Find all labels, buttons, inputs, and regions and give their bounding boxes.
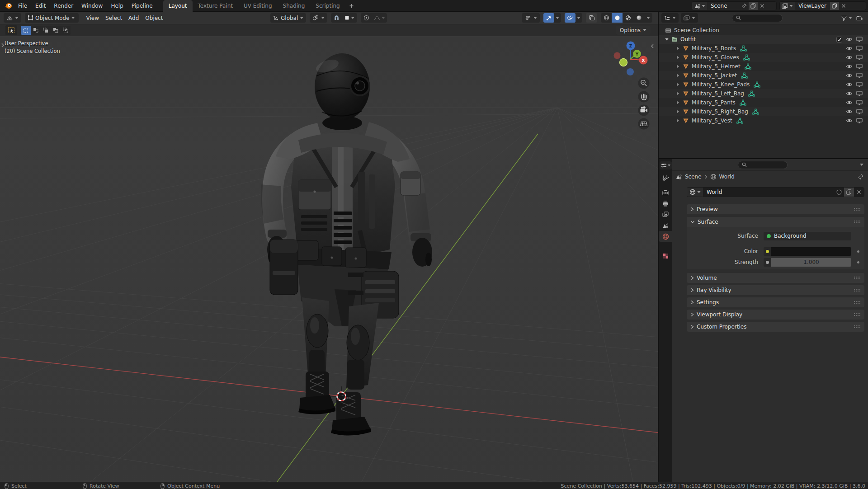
disable-viewport-icon[interactable] (856, 82, 863, 87)
outliner-row-object[interactable]: Military_5_Jacket (659, 71, 868, 80)
animate-decorator-icon[interactable] (857, 261, 859, 263)
panel-grip-icon[interactable] (854, 301, 861, 304)
browse-world-button[interactable] (687, 188, 703, 197)
menu-add[interactable]: Add (125, 15, 142, 21)
color-swatch[interactable] (771, 247, 851, 256)
hide-eye-icon[interactable] (846, 55, 853, 60)
fake-user-toggle[interactable] (834, 188, 844, 197)
remove-viewlayer-button[interactable] (839, 2, 848, 10)
new-scene-button[interactable] (749, 2, 758, 10)
outliner-row-object[interactable]: Military_5_Vest (659, 116, 868, 125)
gizmo-axis-negz-ball[interactable] (627, 68, 634, 75)
gizmo-axis-negy-ball[interactable] (620, 59, 627, 66)
panel-grip-icon[interactable] (854, 325, 861, 329)
breadcrumb-scene[interactable]: Scene (685, 174, 702, 180)
panel-surface[interactable]: Surface Surface Background Color (687, 217, 864, 269)
disable-viewport-icon[interactable] (856, 55, 863, 60)
checkbox-icon[interactable] (836, 37, 842, 42)
select-mode-subtract[interactable] (41, 26, 51, 35)
expand-arrow-icon[interactable] (677, 92, 679, 95)
disable-viewport-icon[interactable] (856, 64, 863, 69)
strength-value[interactable]: 1.000 (771, 258, 851, 267)
hide-eye-icon[interactable] (846, 37, 853, 42)
hide-eye-icon[interactable] (846, 118, 853, 123)
shading-wireframe-button[interactable] (601, 13, 612, 23)
world-name-field[interactable]: World (703, 188, 834, 197)
blender-logo-icon[interactable] (5, 3, 12, 9)
breadcrumb-world[interactable]: World (719, 174, 735, 180)
disable-viewport-icon[interactable] (856, 73, 863, 78)
select-mode-extend[interactable] (31, 26, 41, 35)
panel-grip-icon[interactable] (854, 288, 861, 292)
outliner-search-input[interactable] (732, 14, 783, 22)
menu-view[interactable]: View (83, 15, 102, 21)
disable-viewport-icon[interactable] (856, 37, 863, 42)
viewlayer-name[interactable]: ViewLayer (795, 3, 830, 9)
outliner-row-object[interactable]: Military_5_Left_Bag (659, 89, 868, 98)
menu-help[interactable]: Help (107, 0, 127, 12)
tab-layout[interactable]: Layout (163, 0, 193, 12)
tab-tool[interactable] (659, 173, 672, 183)
outliner-row-object[interactable]: Military_5_Knee_Pads (659, 80, 868, 89)
panel-viewport-display[interactable]: Viewport Display (687, 310, 864, 320)
proportional-falloff-dropdown[interactable] (372, 13, 387, 23)
shading-material-button[interactable] (623, 13, 633, 23)
outliner-row-object[interactable]: Military_5_Pants (659, 98, 868, 107)
outliner-row-object[interactable]: Military_5_Gloves (659, 53, 868, 62)
strength-slider[interactable]: 1.000 (764, 258, 851, 267)
panel-settings[interactable]: Settings (687, 297, 864, 307)
shading-rendered-button[interactable] (633, 13, 644, 23)
panel-grip-icon[interactable] (854, 276, 861, 280)
tab-world[interactable] (659, 231, 672, 242)
shading-dropdown[interactable] (644, 13, 652, 23)
menu-render[interactable]: Render (50, 0, 77, 12)
color-field[interactable] (764, 247, 851, 256)
viewlayer-browse-button[interactable] (780, 2, 795, 10)
surface-shader-button[interactable]: Background (764, 232, 851, 240)
tab-output[interactable] (659, 198, 672, 209)
expand-arrow-icon[interactable] (677, 74, 679, 77)
panel-grip-icon[interactable] (854, 207, 861, 211)
editor-type-button[interactable] (4, 13, 21, 23)
menu-pipeline[interactable]: Pipeline (127, 0, 157, 12)
tab-scripting[interactable]: Scripting (310, 0, 345, 12)
expand-arrow-icon[interactable] (677, 83, 679, 86)
scene-browse-button[interactable] (692, 2, 707, 10)
properties-editor-type-button[interactable] (660, 161, 672, 169)
pivot-point-dropdown[interactable] (310, 13, 327, 23)
xray-toggle[interactable] (586, 13, 597, 23)
panel-ray-visibility[interactable]: Ray Visibility (687, 285, 864, 295)
disable-viewport-icon[interactable] (856, 91, 863, 96)
gizmo-axis-x-ball[interactable]: X (639, 56, 648, 65)
pin-id-button[interactable] (858, 174, 863, 180)
gizmo-axis-negx-ball[interactable] (614, 52, 621, 59)
unlink-scene-button[interactable] (758, 2, 767, 10)
tab-uv-editing[interactable]: UV Editing (238, 0, 278, 12)
panel-volume[interactable]: Volume (687, 273, 864, 283)
disable-viewport-icon[interactable] (856, 46, 863, 51)
snap-with-dropdown[interactable] (342, 13, 357, 23)
camera-view-button[interactable] (638, 105, 650, 116)
outliner-row-object[interactable]: Military_5_Helmet (659, 62, 868, 71)
outliner-row-object[interactable]: Military_5_Boots (659, 44, 868, 53)
menu-window[interactable]: Window (77, 0, 107, 12)
expand-arrow-icon[interactable] (677, 47, 679, 50)
new-collection-button[interactable] (855, 14, 864, 22)
panel-grip-icon[interactable] (854, 220, 861, 224)
options-dropdown[interactable]: Options (616, 26, 651, 35)
tab-render[interactable] (659, 187, 672, 198)
disable-viewport-icon[interactable] (856, 109, 863, 114)
panel-custom-properties[interactable]: Custom Properties (687, 322, 864, 332)
pan-view-button[interactable] (638, 91, 650, 103)
gizmo-axis-y-ball[interactable]: Y (633, 50, 641, 58)
add-workspace-button[interactable] (345, 0, 358, 12)
object-visibility-dropdown[interactable] (522, 13, 540, 23)
properties-options-dropdown[interactable] (860, 164, 863, 166)
pin-icon[interactable] (740, 2, 749, 10)
hide-eye-icon[interactable] (846, 73, 853, 78)
gizmo-axis-z-ball[interactable]: Z (627, 42, 635, 50)
hide-eye-icon[interactable] (846, 64, 853, 69)
properties-search-input[interactable] (738, 161, 788, 169)
expand-arrow-icon[interactable] (677, 56, 679, 59)
disable-viewport-icon[interactable] (856, 118, 863, 123)
